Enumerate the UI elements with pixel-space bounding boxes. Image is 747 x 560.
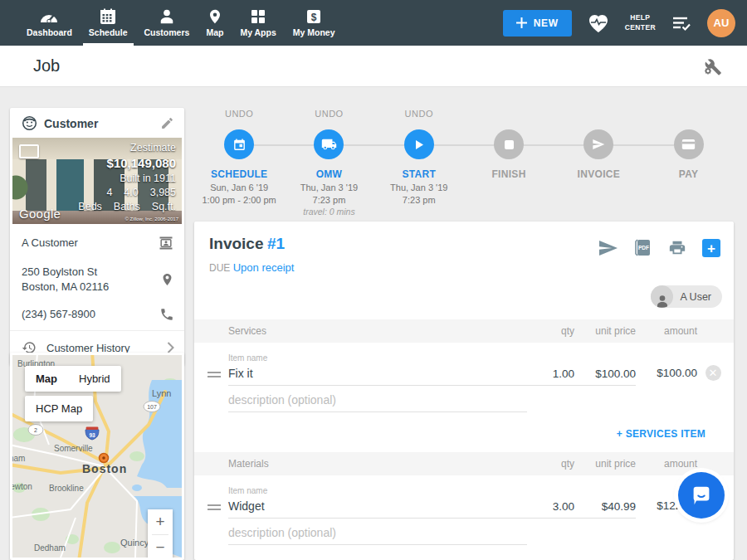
material-description-input[interactable] (228, 526, 527, 545)
pay-step-button[interactable] (674, 129, 704, 159)
amount-column-header: amount (636, 325, 697, 337)
pdf-icon[interactable]: PDF (634, 238, 652, 258)
unit-price-column-header: unit price (574, 458, 636, 470)
nav-item-customers[interactable]: Customers (136, 0, 198, 46)
due-line: DUE Upon receipt (194, 258, 734, 274)
service-description-input[interactable] (228, 393, 527, 412)
nav-item-my-apps[interactable]: My Apps (232, 0, 284, 46)
photo-attribution: © Zillow, Inc. 2006-2017 (125, 217, 178, 222)
map-card: 2 107 93 Burlington Lynn Somerville ham … (10, 353, 184, 560)
print-icon[interactable] (668, 239, 686, 257)
material-item-name-input[interactable] (228, 499, 523, 519)
location-pin-icon[interactable] (160, 271, 174, 288)
finish-step-button[interactable] (494, 129, 524, 159)
qty-column-header: qty (523, 458, 574, 470)
chevron-right-icon (167, 342, 174, 353)
nav-label: My Apps (240, 27, 276, 37)
invoice-number[interactable]: #1 (267, 235, 285, 252)
property-photo[interactable]: Zestimate $10,149,080 Built in 1911 4 4.… (12, 138, 182, 224)
plus-icon (516, 17, 527, 28)
hcp-map-button[interactable]: HCP Map (25, 396, 93, 421)
money-icon: $ (305, 8, 322, 25)
map-label-lynn: Lynn (152, 388, 171, 398)
invoice-heading: Invoice #1 (209, 235, 285, 253)
send-icon (592, 138, 605, 151)
chat-bubble-icon (689, 483, 714, 508)
job-settings-icon[interactable] (702, 56, 722, 76)
beds-label: Beds (78, 200, 102, 214)
amount-column-header: amount (636, 458, 697, 470)
undo-start-button[interactable]: UNDO (405, 109, 433, 124)
invoice-title: Invoice (209, 235, 263, 252)
map-label-brookline: Brookline (49, 484, 84, 493)
nav-label: Map (206, 27, 223, 37)
google-logo: Google (19, 207, 61, 221)
service-item-name-input[interactable] (228, 367, 523, 386)
invoice-panel: Invoice #1 PDF + DUE Upon receipt A User… (194, 222, 734, 560)
send-invoice-icon[interactable] (598, 240, 618, 256)
material-unit-price-input[interactable] (574, 500, 636, 519)
sqft-value: 3,985 (150, 186, 176, 200)
map-type-map-button[interactable]: Map (25, 366, 68, 392)
nav-item-schedule[interactable]: Schedule (81, 0, 136, 46)
delete-service-item-button[interactable]: ✕ (706, 365, 721, 381)
page-header: Job (0, 46, 747, 87)
drag-handle-icon[interactable] (208, 372, 221, 378)
street-view-frame-icon (19, 144, 39, 158)
user-avatar[interactable]: AU (707, 9, 735, 37)
chat-fab-button[interactable] (678, 472, 725, 519)
new-button[interactable]: NEW (503, 10, 572, 37)
timeline-step-omw: UNDO OMW Thu, Jan 3 '19 7:23 pm travel: … (284, 109, 374, 217)
service-unit-price-input[interactable] (574, 368, 636, 386)
nav-item-map[interactable]: Map (198, 0, 232, 46)
map-label-boston: Boston (82, 462, 127, 475)
invoice-step-button[interactable] (583, 129, 613, 159)
undo-omw-button[interactable]: UNDO (315, 109, 343, 124)
baths-value: 4.0 (124, 186, 138, 200)
help-center-button[interactable]: HELP CENTER (625, 13, 656, 32)
map-route-107: 107 (147, 404, 157, 410)
contact-card-icon[interactable] (158, 235, 174, 251)
edit-customer-icon[interactable] (160, 116, 174, 130)
baths-label: Baths (114, 200, 140, 214)
person-icon (651, 285, 673, 308)
assigned-user-name: A User (680, 291, 711, 303)
materials-title: Materials (228, 458, 523, 470)
nav-item-my-money[interactable]: $ My Money (285, 0, 344, 46)
start-step-button[interactable] (404, 129, 434, 159)
schedule-step-button[interactable] (224, 129, 254, 159)
nav-item-dashboard[interactable]: Dashboard (18, 0, 81, 46)
nav-label: Schedule (89, 27, 128, 37)
omw-step-button[interactable] (314, 129, 344, 159)
map-canvas[interactable]: 2 107 93 Burlington Lynn Somerville ham … (12, 355, 182, 558)
zoom-out-button[interactable]: − (148, 535, 173, 558)
zoom-in-button[interactable]: + (148, 509, 173, 534)
customer-card: Customer Zestimate $10,149,080 Built in … (10, 108, 184, 365)
drag-handle-icon[interactable] (208, 504, 221, 511)
heart-pulse-icon[interactable] (587, 12, 610, 34)
materials-section-header: Materials qty unit price amount (194, 452, 734, 475)
map-pin-icon (208, 8, 222, 25)
qty-column-header: qty (523, 325, 574, 337)
undo-schedule-button[interactable]: UNDO (225, 109, 253, 124)
nav-label: Dashboard (27, 27, 72, 37)
person-icon (158, 8, 176, 25)
svg-text:$: $ (311, 12, 317, 23)
assigned-user-chip[interactable]: A User (651, 285, 722, 308)
phone-icon[interactable] (159, 307, 174, 322)
service-qty-input[interactable] (523, 368, 574, 386)
map-pin (100, 454, 109, 463)
services-title: Services (228, 325, 523, 337)
item-name-label: Item name (228, 486, 523, 495)
material-qty-input[interactable] (523, 500, 574, 519)
map-label-newton: Newton (12, 482, 32, 491)
add-invoice-button[interactable]: + (702, 239, 720, 257)
map-type-hybrid-button[interactable]: Hybrid (68, 366, 121, 392)
add-services-item-link[interactable]: + SERVICES ITEM (617, 428, 706, 440)
page-title: Job (33, 56, 60, 75)
timeline-step-invoice: INVOICE (554, 109, 643, 217)
nav-label: My Money (293, 27, 335, 37)
map-route-93: 93 (89, 432, 95, 438)
due-value-link[interactable]: Upon receipt (233, 261, 295, 274)
activity-log-icon[interactable] (671, 14, 692, 32)
